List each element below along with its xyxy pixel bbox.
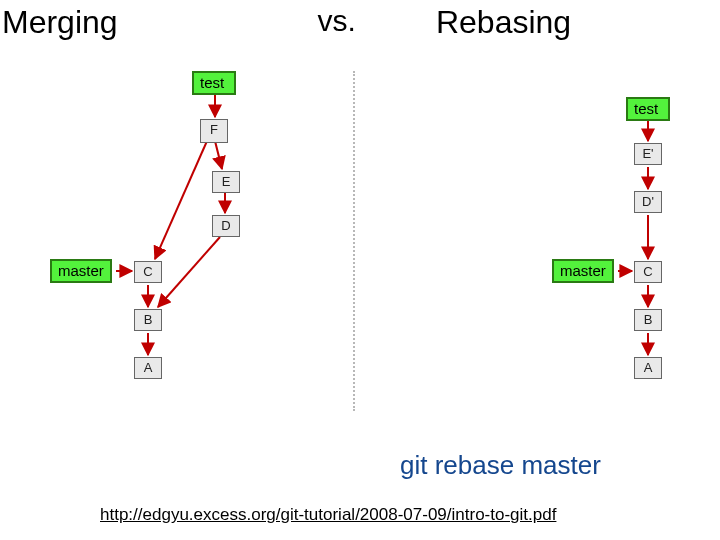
vertical-divider xyxy=(353,71,355,411)
command-text: git rebase master xyxy=(400,450,601,481)
commit-d: D xyxy=(212,215,240,237)
edges-svg xyxy=(0,41,720,441)
branch-master-rebasing: master xyxy=(552,259,614,283)
commit-b-rebasing: B xyxy=(634,309,662,331)
commit-e: E xyxy=(212,171,240,193)
svg-line-1 xyxy=(215,141,222,169)
header: Merging vs. Rebasing xyxy=(0,0,720,41)
title-rebasing: Rebasing xyxy=(436,4,571,41)
commit-c-merging: C xyxy=(134,261,162,283)
branch-test-rebasing: test xyxy=(626,97,670,121)
svg-line-2 xyxy=(155,141,207,259)
commit-a-merging: A xyxy=(134,357,162,379)
svg-line-4 xyxy=(158,237,220,307)
branch-master-merging: master xyxy=(50,259,112,283)
commit-f: F xyxy=(200,119,228,143)
commit-e-prime: E' xyxy=(634,143,662,165)
source-link[interactable]: http://edgyu.excess.org/git-tutorial/200… xyxy=(100,505,556,525)
commit-b-merging: B xyxy=(134,309,162,331)
title-merging: Merging xyxy=(2,4,118,41)
title-vs: vs. xyxy=(318,4,356,38)
branch-test-merging: test xyxy=(192,71,236,95)
commit-d-prime: D' xyxy=(634,191,662,213)
commit-a-rebasing: A xyxy=(634,357,662,379)
commit-c-rebasing: C xyxy=(634,261,662,283)
diagram-canvas: test F E D C B A master test E' D' C B A… xyxy=(0,41,720,441)
